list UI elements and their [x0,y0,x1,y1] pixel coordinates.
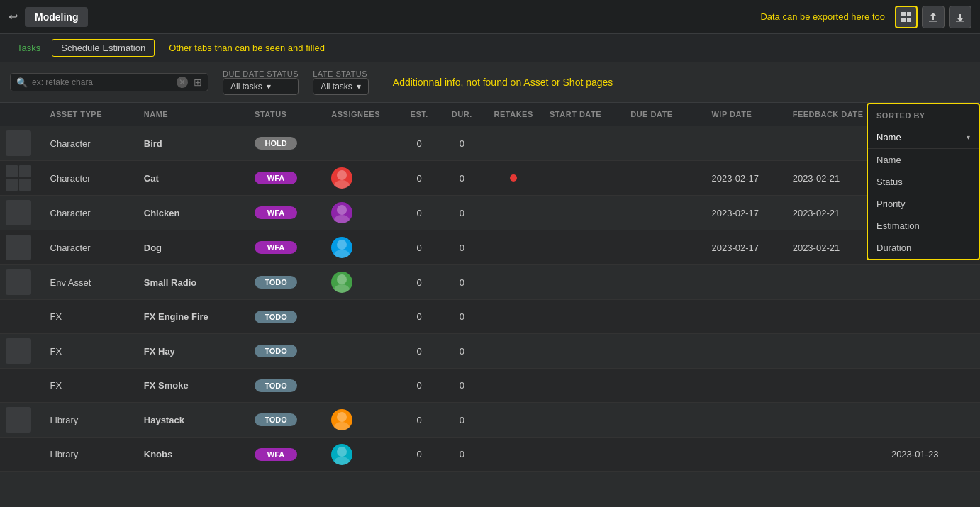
cell-status: WFA [249,438,325,472]
sort-option-name-active[interactable]: Name ▾ [868,126,979,148]
col-name[interactable]: NAME [138,103,249,126]
sort-option-duration[interactable]: Duration [868,237,979,259]
cell-due-date [625,161,706,196]
cell-status: TODO [249,265,325,300]
sort-option-estimation[interactable]: Estimation [868,215,979,237]
sort-option-name[interactable]: Name [868,149,979,171]
cell-name: Cat [138,161,249,196]
back-icon[interactable]: ↩ [9,10,18,23]
table-row[interactable]: CharacterDogWFA 002023-02-172023-02-2120… [0,230,980,265]
sort-option-priority[interactable]: Priority [868,193,979,215]
grid-view-button[interactable] [895,6,918,28]
svg-rect-5 [956,21,964,22]
cell-due-date [625,334,706,369]
cell-status: TODO [249,334,325,369]
sorted-by-header: SORTED BY [868,104,979,126]
cell-feedback-date [787,369,886,403]
cell-name: Small Radio [138,265,249,300]
cell-wip-date [706,126,786,161]
tab-schedule-estimation[interactable]: Schedule Estimation [52,39,155,57]
svg-point-7 [334,180,350,189]
table-row[interactable]: FXFX SmokeTODO00 [0,369,980,403]
cell-dur: 0 [440,369,483,403]
sort-options-group: Name Status Priority Estimation Duration [868,148,979,259]
cell-est: 0 [398,300,440,334]
export-annotation: Data can be exported here too [760,11,885,22]
cell-retakes [483,300,544,334]
cell-est: 0 [398,403,440,438]
cell-start-date [544,403,625,438]
table-row[interactable]: CharacterBirdHOLD002023-02-23 [0,126,980,161]
col-est[interactable]: EST. [398,103,440,126]
cell-name: FX Engine Fire [138,300,249,334]
cell-last-comment [886,300,980,334]
table-header: ASSET TYPE NAME STATUS ASSIGNEES EST. DU… [0,103,980,126]
cell-start-date [544,369,625,403]
late-status-select[interactable]: All tasks ▾ [313,78,369,95]
filter-selects: DUE DATE STATUS All tasks ▾ LATE STATUS … [223,69,369,95]
table-row[interactable]: LibraryHaystackTODO 00 [0,403,980,438]
col-retakes[interactable]: RETAKES [483,103,544,126]
cell-last-comment [886,403,980,438]
cell-thumb [0,161,45,196]
cell-est: 0 [398,161,440,196]
svg-point-14 [337,412,347,422]
cell-retakes [483,403,544,438]
due-date-select[interactable]: All tasks ▾ [223,78,299,95]
table-row[interactable]: FXFX Engine FireTODO00 [0,300,980,334]
col-dur[interactable]: DUR. [440,103,483,126]
cell-start-date [544,265,625,300]
col-start-date[interactable]: START DATE [544,103,625,126]
cell-status: WFA [249,161,325,196]
table-row[interactable]: CharacterChickenWFA 002023-02-172023-02-… [0,196,980,230]
cell-wip-date [706,403,786,438]
main-content: ASSET TYPE NAME STATUS ASSIGNEES EST. DU… [0,103,980,507]
cell-thumb [0,196,45,230]
col-assignees[interactable]: ASSIGNEES [325,103,398,126]
cell-asset-type: Character [45,161,138,196]
svg-point-12 [337,274,347,284]
cell-asset-type: Character [45,230,138,265]
svg-rect-3 [907,18,911,22]
tabs-annotation: Other tabs than can be seen and filled [169,43,325,53]
cell-wip-date [706,300,786,334]
table-row[interactable]: LibraryKnobsWFA 002023-01-23 [0,438,980,472]
cell-assignees [325,334,398,369]
topbar: ↩ Modeling Data can be exported here too [0,0,980,34]
cell-retakes [483,196,544,230]
download-button[interactable] [949,6,971,28]
cell-dur: 0 [440,300,483,334]
col-status[interactable]: STATUS [249,103,325,126]
table-row[interactable]: CharacterCatWFA 002023-02-172023-02-2120… [0,161,980,196]
cell-retakes [483,265,544,300]
cell-asset-type: FX [45,334,138,369]
search-clear-button[interactable]: ✕ [177,77,188,88]
cell-est: 0 [398,369,440,403]
table-row[interactable]: FXFX HayTODO00 [0,334,980,369]
cell-wip-date [706,265,786,300]
tab-tasks[interactable]: Tasks [9,40,49,56]
cell-name: Chicken [138,196,249,230]
late-status-label: LATE STATUS [313,69,369,78]
cell-due-date [625,126,706,161]
col-due-date[interactable]: DUE DATE [625,103,706,126]
upload-button[interactable] [922,6,945,28]
cell-dur: 0 [440,438,483,472]
app-title[interactable]: Modeling [25,7,88,27]
table-row[interactable]: Env AssetSmall RadioTODO 00 [0,265,980,300]
cell-name: FX Hay [138,334,249,369]
cell-dur: 0 [440,161,483,196]
cell-wip-date [706,369,786,403]
chevron-down-icon: ▾ [357,82,361,91]
cell-asset-type: Library [45,403,138,438]
search-box[interactable]: 🔍 ✕ ⊞ [10,73,208,91]
cell-assignees [325,300,398,334]
col-wip-date[interactable]: WIP DATE [706,103,786,126]
cell-assignees [325,369,398,403]
sort-option-status[interactable]: Status [868,171,979,193]
col-asset-type[interactable]: ASSET TYPE [45,103,138,126]
svg-point-6 [337,170,347,180]
search-input[interactable] [32,77,172,87]
search-save-icon[interactable]: ⊞ [194,77,202,88]
cell-asset-type: Library [45,438,138,472]
